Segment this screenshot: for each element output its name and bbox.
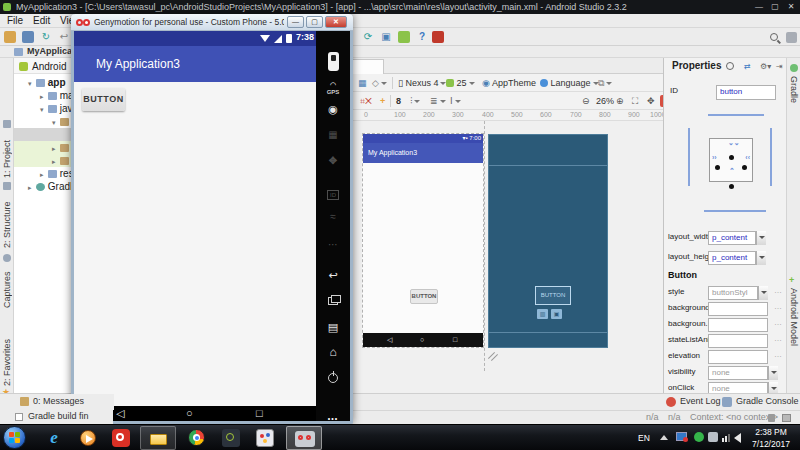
tray-actioncenter-icon[interactable]: [676, 432, 687, 441]
taskbar-mediaplayer-icon[interactable]: [80, 430, 96, 446]
layout-width-dropdown[interactable]: p_content: [708, 231, 756, 245]
save-icon[interactable]: [22, 31, 34, 43]
phone-battery-icon[interactable]: [328, 52, 339, 71]
tool-tab-gradle[interactable]: Gradle: [789, 76, 799, 116]
tray-expand-icon[interactable]: [660, 435, 668, 440]
power-icon[interactable]: [328, 373, 338, 383]
home-icon[interactable]: ○: [186, 406, 193, 421]
layout-height-dropdown[interactable]: p_content: [708, 251, 756, 265]
tray-clock[interactable]: 2:38 PM 7/12/2017: [746, 426, 796, 450]
camera-icon[interactable]: ◉: [316, 103, 350, 116]
pan-icon[interactable]: ✥: [647, 92, 655, 110]
properties-gear-icon[interactable]: ⚙▾: [760, 62, 771, 71]
emulator-button[interactable]: BUTTON: [82, 88, 125, 111]
background-input[interactable]: [708, 302, 768, 316]
background-tint-input[interactable]: [708, 318, 768, 332]
as-close-button[interactable]: ✕: [784, 1, 798, 13]
default-margin-button[interactable]: 8: [396, 92, 401, 110]
menu-edit[interactable]: Edit: [33, 14, 50, 28]
network-icon[interactable]: ≈: [316, 211, 350, 222]
blueprint-action-icon-1[interactable]: ▥: [537, 309, 548, 319]
gradle-console-button[interactable]: Gradle Console: [736, 394, 799, 409]
search-everywhere-icon[interactable]: [770, 33, 778, 41]
zoom-in-icon[interactable]: ⊕: [616, 92, 624, 110]
constraint-widget[interactable]: ⌄⌄ ›› ‹‹ ⌃: [709, 138, 753, 182]
blueprint-action-icon-2[interactable]: ▣: [551, 309, 562, 319]
infer-constraints-icon[interactable]: +: [380, 92, 385, 110]
tool-tab-project[interactable]: 1: Project: [2, 130, 12, 178]
avd-manager-icon[interactable]: [398, 31, 410, 43]
memory-indicator-icon[interactable]: [782, 414, 791, 422]
resize-handle[interactable]: [487, 351, 499, 361]
tray-network-icon[interactable]: [722, 438, 724, 442]
taskbar-paint-icon[interactable]: [256, 429, 274, 447]
taskbar-ie-icon[interactable]: e: [44, 428, 64, 448]
open-icon[interactable]: [4, 31, 16, 43]
statelist-input[interactable]: [708, 334, 768, 348]
remote-control-icon[interactable]: ✥: [316, 155, 350, 166]
api-selector[interactable]: 25: [446, 74, 475, 92]
language-selector[interactable]: Language: [540, 74, 599, 92]
tool-tab-structure[interactable]: 2: Structure: [2, 192, 12, 248]
as-maximize-button[interactable]: ▢: [768, 1, 782, 13]
guideline-icon[interactable]: ⫶: [410, 92, 420, 110]
screencast-icon[interactable]: ▦: [316, 129, 350, 140]
start-button[interactable]: [3, 426, 26, 449]
tray-device-icon[interactable]: [708, 432, 718, 442]
constraint-bottom-margin[interactable]: [704, 210, 766, 212]
recents-icon[interactable]: □: [256, 406, 263, 421]
align-icon[interactable]: ≣: [430, 92, 446, 110]
tray-update-icon[interactable]: [694, 432, 704, 442]
sidebar-menu-icon[interactable]: ▤: [316, 321, 350, 334]
constraint-top-margin[interactable]: [708, 114, 764, 116]
user-avatar-icon[interactable]: [786, 32, 797, 43]
taskbar-androidstudio-icon[interactable]: [222, 429, 240, 447]
sidebar-home-icon[interactable]: ⌂: [316, 345, 350, 359]
lock-icon[interactable]: [768, 414, 775, 422]
messages-tab[interactable]: 0: Messages: [33, 394, 84, 409]
profiler-icon[interactable]: [432, 31, 444, 43]
gps-icon[interactable]: ◠GPS: [316, 81, 350, 95]
id-input[interactable]: button: [716, 85, 776, 100]
palette-grid-icon[interactable]: ▦: [358, 74, 367, 92]
zoom-fit-icon[interactable]: ⛶: [632, 92, 638, 110]
properties-sort-icon[interactable]: ⇄: [744, 62, 751, 71]
taskbar-chrome-icon[interactable]: [188, 429, 205, 446]
help-icon[interactable]: ?: [416, 31, 428, 43]
as-minimize-button[interactable]: —: [752, 1, 766, 13]
tool-tab-android-model[interactable]: Android Model: [789, 288, 799, 368]
undo-icon[interactable]: ↩: [58, 31, 70, 43]
back-icon[interactable]: ◁: [116, 406, 124, 421]
blueprint-surface[interactable]: BUTTON ▥ ▣: [488, 134, 608, 348]
zoom-out-icon[interactable]: ⊖: [582, 92, 590, 110]
preview-button-widget[interactable]: BUTTON: [410, 289, 438, 304]
device-selector[interactable]: ▯ Nexus 4: [398, 74, 446, 92]
sync-icon[interactable]: ↻: [40, 31, 52, 43]
elevation-input[interactable]: [708, 350, 768, 364]
emu-maximize-button[interactable]: ▢: [306, 16, 323, 28]
clear-constraints-icon[interactable]: ⌗✕: [360, 92, 372, 110]
taskbar-explorer-button[interactable]: [140, 426, 176, 450]
pack-icon[interactable]: Ⅰ: [450, 92, 461, 110]
genymotion-titlebar[interactable]: Genymotion for personal use - Custom Pho…: [71, 14, 353, 31]
tool-tab-captures[interactable]: Captures: [2, 264, 12, 308]
taskbar-gom-icon[interactable]: [112, 429, 130, 447]
tray-language[interactable]: EN: [638, 432, 650, 444]
sidebar-back-icon[interactable]: ↩: [316, 269, 350, 282]
style-dropdown[interactable]: buttonStyl: [708, 286, 758, 300]
visibility-dropdown[interactable]: none: [708, 366, 768, 380]
sidebar-more-icon[interactable]: •••: [316, 415, 350, 422]
layout-variant-icon[interactable]: ⧉: [598, 74, 612, 92]
sdk-manager-icon[interactable]: ▣: [380, 31, 392, 43]
emu-minimize-button[interactable]: —: [287, 16, 304, 28]
more-apps-icon[interactable]: ⋯: [316, 239, 350, 250]
properties-hide-icon[interactable]: ⇥: [776, 62, 783, 71]
blueprint-selected-button[interactable]: BUTTON: [535, 286, 571, 305]
variant-icon[interactable]: ◇: [372, 74, 387, 92]
tool-tab-favorites[interactable]: 2: Favorites: [2, 330, 12, 386]
properties-search-icon[interactable]: [726, 62, 734, 70]
theme-selector[interactable]: ◉ AppTheme: [482, 74, 536, 92]
design-preview-frame[interactable]: ▾▪ 7:00 My Application3 BUTTON ◁ ○ □: [362, 133, 484, 348]
taskbar-genymotion-button[interactable]: [286, 426, 322, 450]
gradle-sync-icon[interactable]: ⟳: [362, 31, 374, 43]
